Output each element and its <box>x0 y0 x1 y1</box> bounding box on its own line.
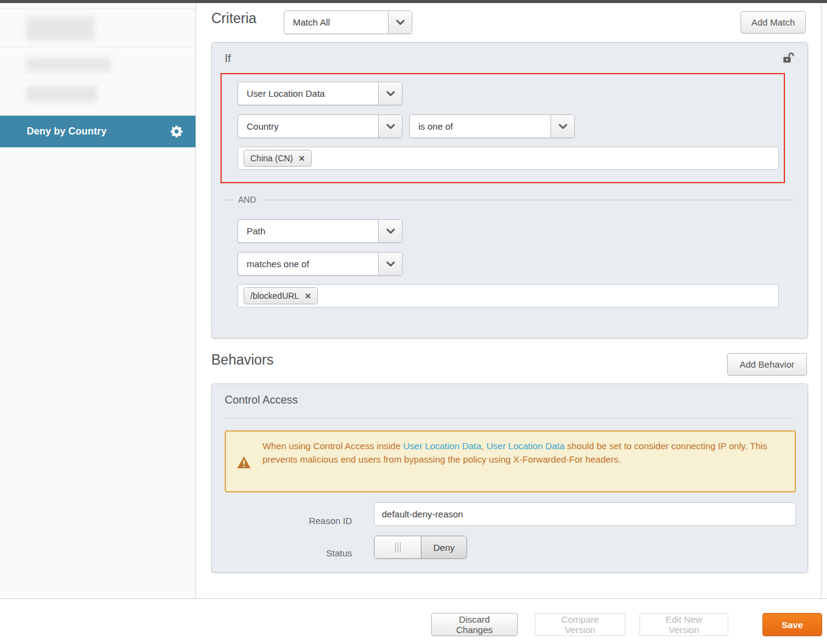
match-field-select[interactable]: Country <box>238 114 403 138</box>
warning-triangle-icon <box>237 456 251 469</box>
value-chip: China (CN) ✕ <box>244 150 312 167</box>
chevron-down-icon <box>378 82 402 105</box>
warning-message: When using Control Access inside User Lo… <box>262 439 785 466</box>
match-category-value: User Location Data <box>238 82 378 105</box>
match2-operator-select[interactable]: matches one of <box>238 252 403 276</box>
divider-dash <box>225 200 233 200</box>
status-value: Deny <box>421 536 466 558</box>
match2-field-value: Path <box>238 220 378 242</box>
save-button[interactable]: Save <box>762 613 822 636</box>
sidebar-item-deny-by-country[interactable]: Deny by Country <box>0 116 195 147</box>
chip-label: /blockedURL <box>250 291 299 301</box>
match-operator-value: is one of <box>410 115 551 138</box>
control-access-panel: Control Access When using Control Access… <box>211 383 808 573</box>
behaviors-heading: Behaviors <box>211 352 273 368</box>
and-divider: AND <box>225 194 795 206</box>
match-operator-select[interactable]: is one of <box>409 114 575 138</box>
sidebar-top-divider <box>0 9 195 9</box>
edit-new-version-button[interactable]: Edit New Version <box>639 613 728 636</box>
match-field-value: Country <box>238 115 378 138</box>
criteria-heading: Criteria <box>211 10 256 27</box>
match2-field-select[interactable]: Path <box>238 219 403 243</box>
match2-values-input[interactable]: /blockedURL ✕ <box>238 284 779 307</box>
remove-chip-icon[interactable]: ✕ <box>298 154 305 163</box>
value-chip: /blockedURL ✕ <box>244 287 318 304</box>
control-access-title: Control Access <box>225 394 298 407</box>
match-mode-select[interactable]: Match All <box>284 10 412 34</box>
sidebar-separator <box>0 47 195 47</box>
discard-changes-button[interactable]: Discard Changes <box>431 613 518 636</box>
remove-chip-icon[interactable]: ✕ <box>304 292 311 301</box>
reason-id-label: Reason ID <box>225 509 352 533</box>
and-label: AND <box>238 195 256 205</box>
user-location-data-link[interactable]: User Location Data <box>487 441 565 451</box>
user-location-data-link[interactable]: User Location Data <box>403 441 481 451</box>
match2-operator-value: matches one of <box>238 253 378 275</box>
sidebar-separator <box>0 80 195 80</box>
toggle-handle[interactable] <box>375 536 421 558</box>
reason-id-input[interactable] <box>374 502 796 526</box>
if-label: If <box>225 52 231 65</box>
add-behavior-button[interactable]: Add Behavior <box>727 353 807 376</box>
scrollbar-track[interactable] <box>821 3 822 598</box>
grip-icon <box>398 542 398 553</box>
status-label: Status <box>225 542 352 565</box>
selected-rule-label: Deny by Country <box>27 126 107 137</box>
rule-tree-sidebar: Deny by Country <box>0 3 196 598</box>
match-mode-value: Match All <box>284 11 388 33</box>
redacted-rule-item[interactable] <box>26 86 97 102</box>
if-panel: If User Location Data Country is one of … <box>211 42 808 338</box>
chevron-down-icon <box>388 11 412 33</box>
warning-banner: When using Control Access inside User Lo… <box>225 430 796 492</box>
compare-version-button[interactable]: Compare Version <box>535 613 625 636</box>
footer-divider <box>0 598 827 599</box>
add-match-button[interactable]: Add Match <box>741 11 806 33</box>
chevron-down-icon <box>378 253 402 275</box>
panel-divider <box>225 418 795 419</box>
unlock-icon[interactable] <box>782 52 795 65</box>
redacted-rule-item[interactable] <box>26 58 111 72</box>
gear-icon[interactable] <box>170 125 183 138</box>
match-category-select[interactable]: User Location Data <box>238 82 403 105</box>
warning-text-segment: , <box>481 441 486 451</box>
redacted-rule-item[interactable] <box>26 16 94 41</box>
chip-label: China (CN) <box>250 153 293 163</box>
chevron-down-icon <box>551 115 574 138</box>
chevron-down-icon <box>378 220 402 242</box>
divider-line <box>261 200 795 200</box>
status-toggle[interactable]: Deny <box>374 536 467 559</box>
match-values-input[interactable]: China (CN) ✕ <box>238 147 779 170</box>
warning-text-segment: When using Control Access inside <box>262 441 403 451</box>
chevron-down-icon <box>378 115 402 138</box>
